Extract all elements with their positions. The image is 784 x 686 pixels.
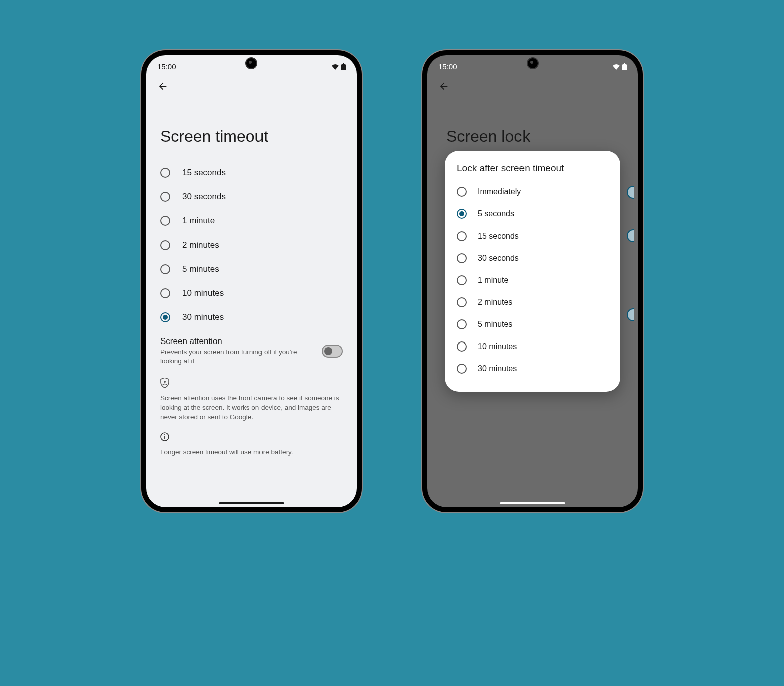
nav-pill[interactable] xyxy=(219,502,284,504)
lock-option[interactable]: 10 minutes xyxy=(457,335,608,358)
lock-option[interactable]: 5 minutes xyxy=(457,313,608,335)
lock-option[interactable]: 1 minute xyxy=(457,269,608,291)
radio-label: 15 seconds xyxy=(478,232,519,241)
dialog-title: Lock after screen timeout xyxy=(457,163,608,174)
info-icon-row xyxy=(146,427,357,445)
info-icon xyxy=(160,432,169,441)
radio-label: 30 minutes xyxy=(182,312,224,322)
svg-rect-1 xyxy=(343,63,344,64)
footer-text: Longer screen timeout will use more batt… xyxy=(146,445,357,459)
camera-notch xyxy=(245,57,257,69)
timeout-option[interactable]: 2 minutes xyxy=(160,233,343,257)
radio-icon xyxy=(160,168,170,178)
timeout-option[interactable]: 10 minutes xyxy=(160,281,343,305)
nav-pill[interactable] xyxy=(500,502,565,504)
radio-label: 30 seconds xyxy=(182,192,226,202)
radio-label: 1 minute xyxy=(182,216,215,226)
radio-label: 10 minutes xyxy=(478,342,517,351)
radio-icon xyxy=(457,297,467,307)
lock-option[interactable]: 15 seconds xyxy=(457,225,608,247)
screen-attention-toggle[interactable] xyxy=(322,345,343,358)
radio-label: 30 minutes xyxy=(478,364,517,373)
svg-point-2 xyxy=(164,381,166,383)
battery-icon xyxy=(341,63,346,70)
timeout-radio-list: 15 seconds30 seconds1 minute2 minutes5 m… xyxy=(146,161,357,329)
lock-option[interactable]: 30 seconds xyxy=(457,247,608,269)
wifi-icon xyxy=(331,64,339,70)
radio-icon xyxy=(457,209,467,219)
timeout-option[interactable]: 30 seconds xyxy=(160,185,343,209)
radio-icon xyxy=(160,264,170,274)
screen-lock-screen: 15:00 Screen lock Lock after screen time… xyxy=(427,55,638,507)
radio-icon xyxy=(457,364,467,374)
status-icons xyxy=(331,63,346,70)
timeout-option[interactable]: 5 minutes xyxy=(160,257,343,281)
radio-label: 5 minutes xyxy=(182,264,219,274)
privacy-text: Screen attention uses the front camera t… xyxy=(146,392,357,427)
radio-icon xyxy=(160,240,170,250)
page-title: Screen timeout xyxy=(146,102,357,161)
screen-attention-title: Screen attention xyxy=(160,336,311,347)
lock-option[interactable]: 2 minutes xyxy=(457,291,608,313)
radio-label: 1 minute xyxy=(478,276,508,285)
screen-attention-sub: Prevents your screen from turning off if… xyxy=(160,348,311,366)
lock-option[interactable]: Immediately xyxy=(457,181,608,203)
svg-rect-4 xyxy=(164,436,165,439)
radio-label: 10 minutes xyxy=(182,288,224,298)
timeout-option[interactable]: 15 seconds xyxy=(160,161,343,185)
app-bar xyxy=(146,74,357,102)
lock-option[interactable]: 30 minutes xyxy=(457,358,608,380)
timeout-option[interactable]: 1 minute xyxy=(160,209,343,233)
radio-label: 15 seconds xyxy=(182,168,226,178)
radio-label: 2 minutes xyxy=(478,298,512,307)
radio-icon xyxy=(457,341,467,352)
lock-option[interactable]: 5 seconds xyxy=(457,203,608,225)
back-button[interactable] xyxy=(157,81,168,95)
radio-icon xyxy=(457,253,467,263)
radio-icon xyxy=(457,275,467,285)
svg-point-5 xyxy=(164,434,165,435)
phone-frame-left: 15:00 Screen timeout 15 seconds30 second… xyxy=(141,50,362,512)
camera-notch xyxy=(527,57,539,69)
lock-timeout-dialog: Lock after screen timeout Immediately5 s… xyxy=(445,151,620,392)
radio-icon xyxy=(457,319,467,329)
radio-icon xyxy=(160,192,170,202)
radio-icon xyxy=(160,288,170,298)
timeout-option[interactable]: 30 minutes xyxy=(160,305,343,329)
screen-attention-row[interactable]: Screen attention Prevents your screen fr… xyxy=(146,329,357,373)
svg-rect-0 xyxy=(341,64,346,70)
radio-icon xyxy=(457,231,467,241)
arrow-left-icon xyxy=(157,81,168,92)
radio-label: 5 minutes xyxy=(478,320,512,329)
radio-label: Immediately xyxy=(478,187,521,196)
radio-label: 5 seconds xyxy=(478,209,514,218)
radio-icon xyxy=(160,216,170,226)
radio-label: 30 seconds xyxy=(478,254,519,263)
dialog-radio-list: Immediately5 seconds15 seconds30 seconds… xyxy=(457,181,608,380)
dialog-scrim[interactable]: Lock after screen timeout Immediately5 s… xyxy=(427,55,638,507)
status-time: 15:00 xyxy=(157,62,176,71)
radio-label: 2 minutes xyxy=(182,240,219,250)
privacy-icon-row xyxy=(146,373,357,392)
shield-icon xyxy=(160,378,169,388)
screen-timeout-screen: 15:00 Screen timeout 15 seconds30 second… xyxy=(146,55,357,507)
phone-frame-right: 15:00 Screen lock Lock after screen time… xyxy=(422,50,643,512)
radio-icon xyxy=(457,187,467,197)
radio-icon xyxy=(160,312,170,322)
